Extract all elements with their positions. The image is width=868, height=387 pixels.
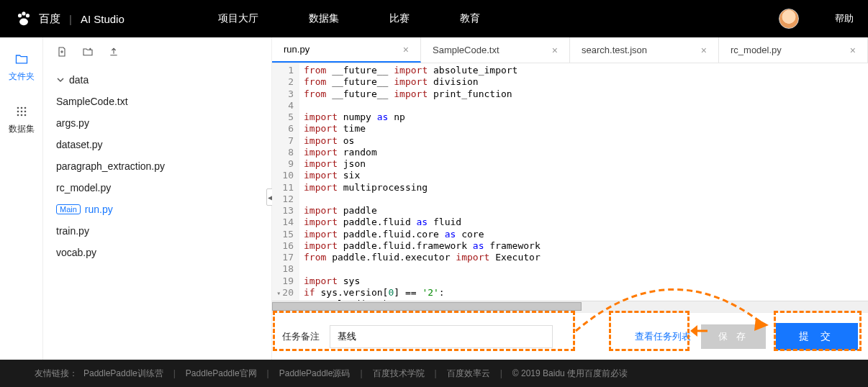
code-editor[interactable]: 12345678910111213141516171819▾2021222324… <box>272 63 868 301</box>
task-label: 任务备注 <box>282 330 320 343</box>
tree-file[interactable]: SampleCode.txt <box>43 91 271 112</box>
brand-separator: | <box>69 13 72 25</box>
nav-right: 帮助 <box>779 9 854 29</box>
tree-folder-data[interactable]: data <box>43 69 271 91</box>
brand-primary: 百度 <box>39 12 60 26</box>
svg-point-3 <box>19 18 28 25</box>
chevron-down-icon <box>56 76 65 84</box>
view-task-list-link[interactable]: 查看任务列表 <box>635 330 691 343</box>
horizontal-scrollbar[interactable] <box>272 301 868 312</box>
file-name: rc_model.py <box>56 182 111 194</box>
file-name: dataset.py <box>56 139 103 150</box>
footer-link[interactable]: PaddlePaddle官网 <box>186 368 257 380</box>
footer-label: 友情链接： <box>35 368 78 380</box>
tab-label: rc_model.py <box>731 45 782 55</box>
baidu-paw-icon <box>14 9 33 28</box>
file-name: train.py <box>56 225 89 237</box>
tree-file[interactable]: rc_model.py <box>43 177 271 199</box>
svg-point-7 <box>17 111 19 113</box>
close-icon[interactable]: × <box>850 45 856 56</box>
tab-run-py[interactable]: run.py× <box>272 37 421 63</box>
rail-datasets-label: 数据集 <box>9 123 35 135</box>
footer: 友情链接： PaddlePaddle训练营| PaddlePaddle官网| P… <box>0 360 868 387</box>
file-name: SampleCode.txt <box>56 96 128 107</box>
svg-point-1 <box>22 12 25 15</box>
file-panel: data SampleCode.txt args.py dataset.py p… <box>43 37 272 360</box>
svg-point-11 <box>20 114 22 117</box>
nav-links: 项目大厅 数据集 比赛 教育 <box>218 12 480 25</box>
close-icon[interactable]: × <box>701 45 707 56</box>
save-button[interactable]: 保 存 <box>701 324 766 349</box>
folder-icon <box>14 52 29 66</box>
svg-point-2 <box>26 14 30 17</box>
svg-point-10 <box>17 114 19 117</box>
svg-point-6 <box>24 107 26 109</box>
new-file-icon[interactable] <box>56 46 68 58</box>
tree-folder-label: data <box>69 74 89 86</box>
rail-datasets[interactable]: 数据集 <box>9 104 35 135</box>
grid-dots-icon <box>14 104 29 119</box>
task-note-input[interactable] <box>330 325 553 348</box>
close-icon[interactable]: × <box>552 45 558 56</box>
close-icon[interactable]: × <box>403 44 409 55</box>
main-badge: Main <box>56 204 81 214</box>
nav-help[interactable]: 帮助 <box>835 12 854 25</box>
svg-point-4 <box>17 107 19 109</box>
svg-point-12 <box>24 114 26 117</box>
nav-item-projects[interactable]: 项目大厅 <box>218 12 258 25</box>
new-folder-icon[interactable] <box>82 46 94 58</box>
top-nav: 百度 | AI Studio 项目大厅 数据集 比赛 教育 帮助 <box>0 0 868 37</box>
rail-files[interactable]: 文件夹 <box>9 52 35 83</box>
nav-item-datasets[interactable]: 数据集 <box>309 12 339 25</box>
tree-file[interactable]: paragraph_extraction.py <box>43 155 271 177</box>
line-gutter: 12345678910111213141516171819▾2021222324 <box>272 63 299 301</box>
main: 文件夹 数据集 data SampleCode.txt args.py data… <box>0 37 868 360</box>
side-rail: 文件夹 数据集 <box>0 37 43 360</box>
scrollbar-thumb[interactable] <box>272 302 582 311</box>
footer-link[interactable]: PaddlePaddle源码 <box>279 368 351 380</box>
logo[interactable]: 百度 | AI Studio <box>14 9 125 28</box>
tab-samplecode[interactable]: SampleCode.txt× <box>421 37 570 63</box>
tree-file[interactable]: vocab.py <box>43 242 271 263</box>
brand-secondary: AI Studio <box>81 13 125 25</box>
file-name: run.py <box>85 204 113 215</box>
tree-file-main[interactable]: Main run.py <box>43 199 271 220</box>
nav-item-education[interactable]: 教育 <box>460 12 480 25</box>
task-bar: 任务备注 查看任务列表 保 存 提 交 <box>272 312 868 360</box>
avatar[interactable] <box>779 9 799 29</box>
svg-point-5 <box>20 107 22 109</box>
submit-button[interactable]: 提 交 <box>776 323 858 350</box>
editor-tabs: run.py× SampleCode.txt× search.test.json… <box>272 37 868 63</box>
tree-file[interactable]: train.py <box>43 220 271 242</box>
upload-icon[interactable] <box>108 46 119 58</box>
tab-label: SampleCode.txt <box>433 45 499 55</box>
tab-rc-model[interactable]: rc_model.py× <box>719 37 868 63</box>
svg-point-8 <box>20 111 22 113</box>
footer-link[interactable]: 百度效率云 <box>447 368 490 380</box>
rail-files-label: 文件夹 <box>9 70 35 83</box>
tree-file[interactable]: dataset.py <box>43 134 271 155</box>
tree-file[interactable]: args.py <box>43 112 271 134</box>
footer-link[interactable]: PaddlePaddle训练营 <box>83 368 163 380</box>
svg-point-0 <box>18 14 22 17</box>
footer-copyright: © 2019 Baidu 使用百度前必读 <box>512 368 628 380</box>
file-toolbar <box>43 37 271 66</box>
svg-point-9 <box>24 111 26 113</box>
file-name: paragraph_extraction.py <box>56 160 165 172</box>
tab-label: run.py <box>284 44 309 55</box>
footer-link[interactable]: 百度技术学院 <box>373 368 425 380</box>
file-tree: data SampleCode.txt args.py dataset.py p… <box>43 66 271 266</box>
nav-item-competitions[interactable]: 比赛 <box>389 12 410 25</box>
code-content[interactable]: from __future__ import absolute_importfr… <box>299 63 868 301</box>
file-name: args.py <box>56 117 89 129</box>
editor-area: ◀ run.py× SampleCode.txt× search.test.js… <box>272 37 868 360</box>
tab-label: search.test.json <box>582 45 647 55</box>
tab-search-json[interactable]: search.test.json× <box>570 37 719 63</box>
file-name: vocab.py <box>56 247 96 258</box>
